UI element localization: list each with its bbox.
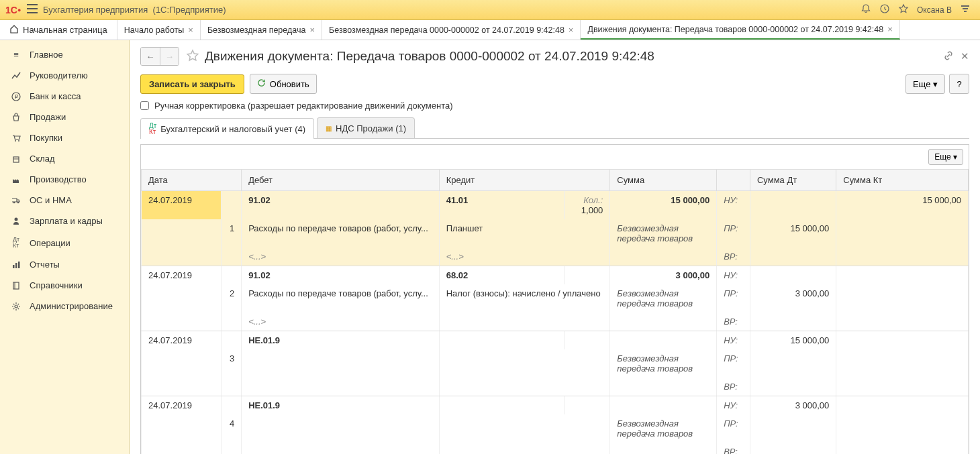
cell-sum-dt-pr[interactable]: 3 000,00 <box>750 284 836 313</box>
cell-credit-sub[interactable] <box>439 378 610 396</box>
cell-credit-sub[interactable] <box>439 443 610 454</box>
cell-credit-account[interactable]: 41.01 <box>439 191 565 220</box>
cell-debit-desc[interactable] <box>242 414 440 443</box>
history-icon[interactable] <box>879 3 890 16</box>
tab-gratuitous-doc[interactable]: Безвозмездная передача 0000-000002 от 24… <box>322 20 581 40</box>
help-button[interactable]: ? <box>949 74 969 94</box>
col-debit[interactable]: Дебет <box>242 170 440 191</box>
sidebar-item-bank[interactable]: ₽Банк и касса <box>0 86 129 107</box>
cell-sum-kt[interactable]: 15 000,00 <box>836 191 969 220</box>
cell-qty[interactable] <box>565 266 610 285</box>
save-and-close-button[interactable]: Записать и закрыть <box>140 74 244 94</box>
sidebar-item-assets[interactable]: ОС и НМА <box>0 190 129 211</box>
subtab-accounting[interactable]: ДтКт Бухгалтерский и налоговый учет (4) <box>140 118 314 139</box>
table-row[interactable]: 2Расходы по передаче товаров (работ, усл… <box>142 284 969 313</box>
cell-sum[interactable]: 15 000,00 <box>610 191 717 220</box>
table-more-button[interactable]: Еще ▾ <box>928 149 963 165</box>
cell-date[interactable]: 24.07.2019 <box>142 191 222 220</box>
col-date[interactable]: Дата <box>142 170 242 191</box>
cell-debit-account[interactable]: 91.02 <box>242 266 440 285</box>
cell-debit-desc[interactable] <box>242 349 440 378</box>
close-icon[interactable]: × <box>309 25 315 35</box>
cell-date[interactable]: 24.07.2019 <box>142 331 222 350</box>
cell-sum-dt-pr[interactable] <box>750 349 836 378</box>
cell-credit-account[interactable]: 68.02 <box>439 266 565 285</box>
cell-sum-dt[interactable] <box>750 191 836 220</box>
cell-credit-account[interactable] <box>439 331 565 350</box>
cell-sum-dt[interactable] <box>750 266 836 285</box>
cell-credit-desc[interactable]: Налог (взносы): начислено / уплачено <box>439 284 610 313</box>
sidebar-item-manager[interactable]: Руководителю <box>0 65 129 86</box>
cell-qty[interactable] <box>565 331 610 350</box>
tab-gratuitous[interactable]: Безвозмездная передача × <box>201 20 322 40</box>
close-doc-icon[interactable]: ✕ <box>961 50 969 62</box>
close-icon[interactable]: × <box>569 25 574 35</box>
cell-sum-kt[interactable] <box>836 266 969 285</box>
cell-debit-sub[interactable] <box>242 378 440 396</box>
more-button[interactable]: Еще ▾ <box>905 74 945 94</box>
close-icon[interactable]: × <box>887 24 893 34</box>
cell-credit-desc[interactable] <box>439 414 610 443</box>
sidebar-item-reports[interactable]: Отчеты <box>0 254 129 275</box>
cell-debit-desc[interactable]: Расходы по передаче товаров (работ, услу… <box>242 219 440 247</box>
sidebar-item-main[interactable]: ≡Главное <box>0 44 129 65</box>
close-icon[interactable]: × <box>188 25 193 35</box>
user-name[interactable]: Оксана В <box>917 5 952 15</box>
cell-sum[interactable] <box>610 331 717 350</box>
cell-sum-desc[interactable]: Безвозмездная передача товаров <box>610 414 717 443</box>
table-row[interactable]: 24.07.201991.0268.023 000,00НУ: <box>142 266 969 285</box>
cell-debit-account[interactable]: НЕ.01.9 <box>242 396 440 415</box>
manual-edit-checkbox[interactable] <box>140 101 149 110</box>
table-row[interactable]: 24.07.2019НЕ.01.9НУ:15 000,00 <box>142 331 969 350</box>
cell-sum[interactable]: 3 000,00 <box>610 266 717 285</box>
sidebar-item-sales[interactable]: Продажи <box>0 107 129 127</box>
col-sum-kt[interactable]: Сумма Кт <box>836 170 969 191</box>
subtab-vat[interactable]: ▦ НДС Продажи (1) <box>317 117 415 138</box>
sidebar-item-warehouse[interactable]: Склад <box>0 148 129 169</box>
tab-start[interactable]: Начало работы × <box>117 20 201 40</box>
cell-sum-dt[interactable]: 15 000,00 <box>750 331 836 350</box>
cell-debit-account[interactable]: НЕ.01.9 <box>242 331 440 350</box>
movements-table[interactable]: Дата Дебет Кредит Сумма Сумма Дт Сумма К… <box>141 169 969 454</box>
sidebar-item-production[interactable]: Производство <box>0 169 129 190</box>
cell-sum-dt[interactable]: 3 000,00 <box>750 396 836 415</box>
sidebar-item-operations[interactable]: ДтКтОперации <box>0 231 129 254</box>
cell-date[interactable]: 24.07.2019 <box>142 396 222 415</box>
table-row[interactable]: 1Расходы по передаче товаров (работ, усл… <box>142 219 969 247</box>
star-icon[interactable] <box>898 3 909 16</box>
table-row[interactable]: <...>ВР: <box>142 313 969 331</box>
sidebar-item-purchases[interactable]: Покупки <box>0 127 129 148</box>
cell-debit-account[interactable]: 91.02 <box>242 191 440 220</box>
forward-button[interactable]: → <box>160 48 179 65</box>
cell-sum[interactable] <box>610 396 717 415</box>
tab-document-movements[interactable]: Движения документа: Передача товаров 000… <box>581 20 899 40</box>
cell-credit-account[interactable] <box>439 396 565 415</box>
cell-sum-desc[interactable]: Безвозмездная передача товаров <box>610 284 717 313</box>
table-row[interactable]: ВР: <box>142 378 969 396</box>
cell-debit-sub[interactable]: <...> <box>242 313 440 331</box>
refresh-button[interactable]: Обновить <box>250 74 317 94</box>
link-icon[interactable] <box>943 50 954 63</box>
table-row[interactable]: ВР: <box>142 443 969 454</box>
cell-sum-desc[interactable]: Безвозмездная передача товаров <box>610 219 717 247</box>
cell-sum-dt-pr[interactable]: 15 000,00 <box>750 219 836 247</box>
favorite-star-icon[interactable] <box>186 49 199 64</box>
cell-credit-sub[interactable] <box>439 313 610 331</box>
sidebar-item-hr[interactable]: Зарплата и кадры <box>0 211 129 231</box>
bell-icon[interactable] <box>861 3 871 16</box>
table-row[interactable]: 3Безвозмездная передача товаровПР: <box>142 349 969 378</box>
cell-qty[interactable]: Кол.: 1,000 <box>565 191 610 220</box>
cell-qty[interactable] <box>565 396 610 415</box>
sidebar-item-catalogs[interactable]: Справочники <box>0 275 129 296</box>
table-row[interactable]: 24.07.2019НЕ.01.9НУ:3 000,00 <box>142 396 969 415</box>
window-controls-icon[interactable] <box>960 4 971 15</box>
col-sum-dt[interactable]: Сумма Дт <box>750 170 836 191</box>
col-sum[interactable]: Сумма <box>610 170 717 191</box>
cell-debit-sub[interactable]: <...> <box>242 247 440 266</box>
col-credit[interactable]: Кредит <box>439 170 610 191</box>
cell-debit-desc[interactable]: Расходы по передаче товаров (работ, услу… <box>242 284 440 313</box>
table-row[interactable]: <...><...>ВР: <box>142 247 969 266</box>
table-row[interactable]: 4Безвозмездная передача товаровПР: <box>142 414 969 443</box>
table-row[interactable]: 24.07.201991.0241.01Кол.: 1,00015 000,00… <box>142 191 969 220</box>
cell-sum-kt[interactable] <box>836 331 969 350</box>
